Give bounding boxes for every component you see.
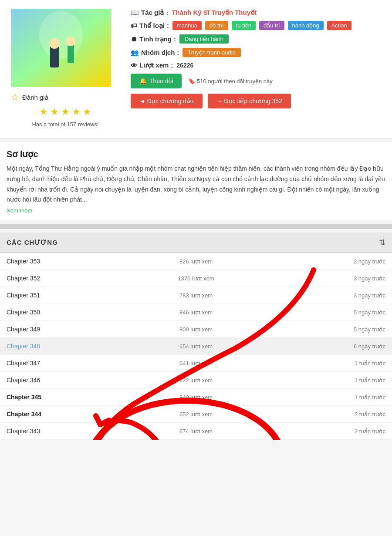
- cover-svg: [11, 9, 111, 87]
- book-cover: [11, 9, 111, 87]
- follow-button[interactable]: 🔔 Theo dõi: [131, 74, 182, 88]
- chapters-title: CÁC CHƯƠNG: [7, 239, 58, 246]
- svg-point-3: [49, 38, 60, 49]
- table-row[interactable]: Chapter 346 622 lượt xem 1 tuần trước: [0, 372, 392, 389]
- chapter-name[interactable]: Chapter 350: [7, 309, 133, 316]
- chapter-time: 3 ngày trước: [259, 292, 385, 299]
- chapter-name[interactable]: Chapter 353: [7, 258, 133, 265]
- nhom-icon: 👥: [131, 49, 139, 57]
- chapter-time: 2 ngày trước: [259, 258, 385, 265]
- svg-point-1: [39, 11, 83, 59]
- star-3[interactable]: ★: [61, 106, 70, 118]
- table-row[interactable]: Chapter 352 1370 lượt xem 3 ngày trước: [0, 270, 392, 287]
- chapter-views: 641 lượt xem: [133, 360, 259, 367]
- table-row[interactable]: Chapter 348 654 lượt xem 6 ngày trước: [0, 338, 392, 355]
- nhom-row: 👥 Nhóm dịch: Truyện tranh audio: [131, 48, 379, 57]
- tag-dothi[interactable]: đô thị: [205, 21, 228, 30]
- table-row[interactable]: Chapter 353 826 lượt xem 2 ngày trước: [0, 253, 392, 270]
- chapter-list[interactable]: Chapter 353 826 lượt xem 2 ngày trước Ch…: [0, 253, 392, 440]
- chapter-time: 2 tuần trước: [259, 411, 385, 418]
- chapter-name[interactable]: Chapter 352: [7, 275, 133, 282]
- left-column: ☆ Đánh giá ★ ★ ★ ★ ★ Has a total of 157 …: [7, 4, 124, 132]
- chapter-time: 5 ngày trước: [259, 309, 385, 316]
- chapter-name[interactable]: Chapter 347: [7, 360, 133, 367]
- chapter-time: 1 tuần trước: [259, 394, 385, 401]
- genre-tags: manhua đô thị tu tiên đấu trí hành động …: [172, 21, 353, 30]
- table-row[interactable]: Chapter 350 846 lượt xem 5 ngày trước: [0, 304, 392, 321]
- chapter-name[interactable]: Chapter 344: [7, 411, 133, 418]
- chapter-views: 809 lượt xem: [133, 326, 259, 333]
- tag-tuxian[interactable]: tu tiên: [232, 21, 256, 30]
- sort-icon[interactable]: ⇅: [379, 238, 385, 247]
- chapter-views: 840 lượt xem: [133, 394, 259, 401]
- right-column: 📖 Tác giả: Thành Ký Sĩ Truyền Thuyết 🏷 T…: [124, 4, 385, 132]
- stars-row[interactable]: ★ ★ ★ ★ ★: [11, 106, 120, 118]
- tag-hanhdong[interactable]: hành động: [288, 21, 324, 30]
- chapter-name[interactable]: Chapter 351: [7, 292, 133, 299]
- table-row[interactable]: Chapter 345 840 lượt xem 1 tuần trước: [0, 389, 392, 406]
- views-count: 26226: [176, 62, 193, 69]
- read-buttons: ◄ Đọc chương đầu → Đọc tiếp chương 352: [131, 94, 379, 108]
- follow-row: 🔔 Theo dõi 🔖 510 người theo dõi truyện n…: [131, 74, 379, 88]
- genre-label: 🏷 Thể loại:: [131, 22, 169, 30]
- table-row[interactable]: Chapter 344 652 lượt xem 2 tuần trước: [0, 406, 392, 423]
- chapter-time: 1 tuần trước: [259, 377, 385, 384]
- author-name: Thành Ký Sĩ Truyền Thuyết: [172, 9, 257, 17]
- chapter-views: 622 lượt xem: [133, 377, 259, 384]
- chapter-time: 6 ngày trước: [259, 343, 385, 350]
- rating-text: Đánh giá: [22, 94, 48, 101]
- chapter-name[interactable]: Chapter 345: [7, 394, 133, 401]
- author-label: 📖 Tác giả:: [131, 9, 168, 17]
- star-5[interactable]: ★: [83, 106, 91, 118]
- rating-section: ☆ Đánh giá ★ ★ ★ ★ ★ Has a total of 157 …: [11, 91, 120, 128]
- chapter-name[interactable]: Chapter 348: [7, 343, 133, 350]
- tag-action[interactable]: Action: [327, 21, 351, 30]
- table-row[interactable]: Chapter 347 641 lượt xem 1 tuần trước: [0, 355, 392, 372]
- bell-icon: 🔔: [139, 78, 147, 84]
- chapter-name[interactable]: Chapter 349: [7, 326, 133, 333]
- status-badge: Đang tiến hành: [179, 34, 229, 44]
- svg-rect-2: [50, 46, 59, 67]
- nhom-badge: Truyện tranh audio: [182, 48, 240, 57]
- so-luoc-section: Sơ lược Một ngày, Tổng Thư Hằng ngoài ý …: [0, 142, 392, 220]
- status-label: ⏺ Tình trạng:: [131, 35, 176, 43]
- table-row[interactable]: Chapter 351 783 lượt xem 3 ngày trước: [0, 287, 392, 304]
- views-label: 👁 Lượt xem:: [131, 61, 173, 69]
- star-2[interactable]: ★: [50, 106, 59, 118]
- star-1[interactable]: ★: [39, 106, 48, 118]
- chapters-header: CÁC CHƯƠNG ⇅: [0, 233, 392, 253]
- status-row: ⏺ Tình trạng: Đang tiến hành: [131, 34, 379, 44]
- chapter-name[interactable]: Chapter 343: [7, 428, 133, 435]
- chapter-time: 3 ngày trước: [259, 275, 385, 282]
- chapter-time: 5 ngày trước: [259, 326, 385, 333]
- genre-row: 🏷 Thể loại: manhua đô thị tu tiên đấu tr…: [131, 21, 379, 30]
- author-row: 📖 Tác giả: Thành Ký Sĩ Truyền Thuyết: [131, 9, 379, 17]
- rating-label: ☆ Đánh giá: [11, 91, 120, 103]
- star-4[interactable]: ★: [72, 106, 81, 118]
- chapter-views: 654 lượt xem: [133, 343, 259, 350]
- tag-dautri[interactable]: đấu trí: [259, 21, 284, 30]
- chapter-time: 1 tuần trước: [259, 360, 385, 367]
- status-icon: ⏺: [131, 35, 137, 43]
- tag-manhua[interactable]: manhua: [172, 21, 202, 30]
- top-section: ☆ Đánh giá ★ ★ ★ ★ ★ Has a total of 157 …: [0, 0, 392, 139]
- svg-point-5: [66, 37, 75, 46]
- review-count: Has a total of 157 reviews!: [11, 121, 120, 128]
- followers-count: 🔖 510 người theo dõi truyện này: [188, 78, 272, 84]
- views-icon: 👁: [131, 62, 137, 69]
- read-first-button[interactable]: ◄ Đọc chương đầu: [131, 94, 203, 108]
- chapter-views: 674 lượt xem: [133, 428, 259, 435]
- table-row[interactable]: Chapter 343 674 lượt xem 2 tuần trước: [0, 423, 392, 440]
- author-icon: 📖: [131, 9, 139, 17]
- so-luoc-text: Một ngày, Tổng Thư Hằng ngoài ý muốn gia…: [7, 164, 385, 205]
- xem-them-link[interactable]: Xem thêm: [7, 207, 32, 214]
- chapter-views: 826 lượt xem: [133, 258, 259, 265]
- chapter-name[interactable]: Chapter 346: [7, 377, 133, 384]
- chapter-views: 652 lượt xem: [133, 411, 259, 418]
- views-row: 👁 Lượt xem: 26226: [131, 61, 379, 69]
- so-luoc-title: Sơ lược: [7, 149, 385, 159]
- page-wrapper: ☆ Đánh giá ★ ★ ★ ★ ★ Has a total of 157 …: [0, 0, 392, 440]
- read-continue-button[interactable]: → Đọc tiếp chương 352: [208, 94, 291, 108]
- table-row[interactable]: Chapter 349 809 lượt xem 5 ngày trước: [0, 321, 392, 338]
- star-outline-icon: ☆: [11, 91, 20, 103]
